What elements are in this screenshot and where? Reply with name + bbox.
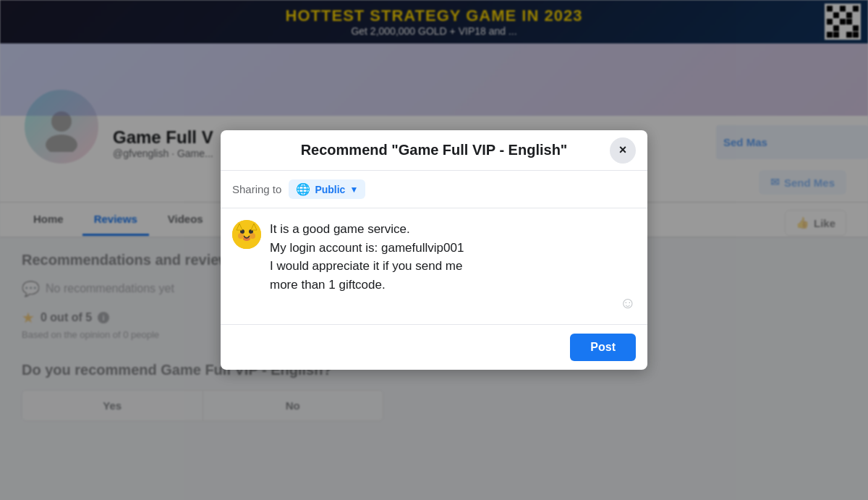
review-line-4: more than 1 giftcode. [270,276,636,295]
sharing-dropdown[interactable]: 🌐 Public ▼ [289,179,365,199]
svg-point-9 [250,233,255,239]
post-button[interactable]: Post [570,334,636,361]
review-line-3: I would appreciate it if you send me [270,257,636,276]
recommend-modal: Recommend "Game Full VIP - English" × Sh… [221,130,647,370]
modal-title: Recommend "Game Full VIP - English" [301,142,568,158]
modal-overlay: Recommend "Game Full VIP - English" × Sh… [0,0,868,500]
modal-close-button[interactable]: × [610,137,636,164]
modal-body: It is a good game service. My login acco… [221,208,647,324]
modal-header: Recommend "Game Full VIP - English" × [221,130,647,171]
review-text: It is a good game service. My login acco… [270,220,636,294]
sharing-label: Sharing to [232,183,281,195]
sharing-option-label: Public [315,184,345,195]
svg-point-8 [238,233,244,239]
reviewer-avatar [232,220,261,249]
modal-sharing-row: Sharing to 🌐 Public ▼ [221,171,647,208]
svg-point-5 [243,237,250,241]
svg-point-2 [232,220,261,249]
chevron-down-icon: ▼ [349,185,358,195]
globe-icon: 🌐 [296,182,310,196]
review-line-2: My login account is: gamefullvip001 [270,239,636,258]
modal-footer: Post [221,324,647,370]
emoji-picker-icon[interactable]: ☺ [620,294,636,313]
review-line-1: It is a good game service. [270,220,636,239]
review-composer: It is a good game service. My login acco… [232,220,636,294]
